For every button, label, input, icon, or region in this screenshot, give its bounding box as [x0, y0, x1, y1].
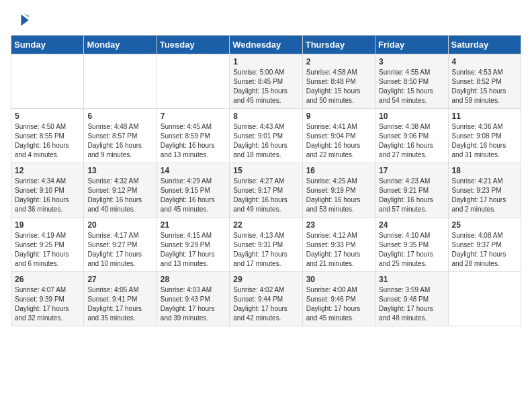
day-number: 23	[306, 220, 371, 230]
cell-sun-info: Sunrise: 4:55 AM Sunset: 8:50 PM Dayligh…	[379, 68, 444, 105]
day-number: 1	[233, 57, 298, 66]
cell-sun-info: Sunrise: 4:12 AM Sunset: 9:33 PM Dayligh…	[306, 231, 371, 269]
cell-sun-info: Sunrise: 4:05 AM Sunset: 9:41 PM Dayligh…	[87, 285, 152, 323]
day-number: 4	[452, 57, 517, 66]
calendar-week-row: 5Sunrise: 4:50 AM Sunset: 8:55 PM Daylig…	[11, 109, 521, 163]
calendar-cell: 27Sunrise: 4:05 AM Sunset: 9:41 PM Dayli…	[84, 272, 157, 326]
calendar-cell: 11Sunrise: 4:36 AM Sunset: 9:08 PM Dayli…	[448, 109, 521, 163]
day-number: 27	[87, 275, 152, 284]
cell-sun-info: Sunrise: 4:34 AM Sunset: 9:10 PM Dayligh…	[15, 177, 80, 214]
day-header-saturday: Saturday	[448, 36, 521, 54]
calendar-week-row: 19Sunrise: 4:19 AM Sunset: 9:25 PM Dayli…	[11, 218, 521, 272]
cell-sun-info: Sunrise: 4:13 AM Sunset: 9:31 PM Dayligh…	[233, 231, 298, 269]
cell-sun-info: Sunrise: 3:59 AM Sunset: 9:48 PM Dayligh…	[379, 285, 444, 323]
day-number: 8	[233, 111, 298, 121]
cell-sun-info: Sunrise: 4:36 AM Sunset: 9:08 PM Dayligh…	[452, 122, 517, 160]
cell-sun-info: Sunrise: 4:43 AM Sunset: 9:01 PM Dayligh…	[233, 122, 298, 160]
calendar-cell	[84, 54, 157, 109]
calendar-cell: 14Sunrise: 4:29 AM Sunset: 9:15 PM Dayli…	[157, 163, 229, 218]
calendar-cell: 25Sunrise: 4:08 AM Sunset: 9:37 PM Dayli…	[448, 218, 521, 272]
day-number: 25	[452, 220, 517, 230]
day-number: 15	[233, 166, 298, 175]
day-header-tuesday: Tuesday	[157, 36, 229, 54]
calendar-week-row: 12Sunrise: 4:34 AM Sunset: 9:10 PM Dayli…	[11, 163, 521, 218]
cell-sun-info: Sunrise: 4:53 AM Sunset: 8:52 PM Dayligh…	[452, 68, 517, 105]
day-number: 12	[15, 166, 80, 175]
calendar-cell: 17Sunrise: 4:23 AM Sunset: 9:21 PM Dayli…	[375, 163, 448, 218]
calendar-cell	[11, 54, 84, 109]
calendar-cell: 3Sunrise: 4:55 AM Sunset: 8:50 PM Daylig…	[375, 54, 448, 109]
calendar-cell: 16Sunrise: 4:25 AM Sunset: 9:19 PM Dayli…	[302, 163, 375, 218]
day-number: 30	[306, 275, 371, 284]
calendar-cell: 10Sunrise: 4:38 AM Sunset: 9:06 PM Dayli…	[375, 109, 448, 163]
calendar-week-row: 1Sunrise: 5:00 AM Sunset: 8:45 PM Daylig…	[11, 54, 521, 109]
day-header-friday: Friday	[375, 36, 448, 54]
day-number: 7	[161, 111, 226, 121]
day-header-monday: Monday	[84, 36, 157, 54]
day-number: 29	[233, 275, 298, 284]
cell-sun-info: Sunrise: 4:02 AM Sunset: 9:44 PM Dayligh…	[233, 285, 298, 323]
calendar-cell: 9Sunrise: 4:41 AM Sunset: 9:04 PM Daylig…	[302, 109, 375, 163]
cell-sun-info: Sunrise: 4:25 AM Sunset: 9:19 PM Dayligh…	[306, 177, 371, 214]
days-header-row: SundayMondayTuesdayWednesdayThursdayFrid…	[11, 36, 521, 54]
cell-sun-info: Sunrise: 4:15 AM Sunset: 9:29 PM Dayligh…	[161, 231, 226, 269]
cell-sun-info: Sunrise: 4:23 AM Sunset: 9:21 PM Dayligh…	[379, 177, 444, 214]
day-number: 6	[87, 111, 152, 121]
cell-sun-info: Sunrise: 4:45 AM Sunset: 8:59 PM Dayligh…	[161, 122, 226, 160]
day-header-sunday: Sunday	[11, 36, 84, 54]
cell-sun-info: Sunrise: 4:07 AM Sunset: 9:39 PM Dayligh…	[15, 285, 80, 323]
day-number: 19	[15, 220, 80, 230]
day-number: 9	[306, 111, 371, 121]
logo	[11, 11, 32, 30]
calendar-week-row: 26Sunrise: 4:07 AM Sunset: 9:39 PM Dayli…	[11, 272, 521, 326]
cell-sun-info: Sunrise: 4:27 AM Sunset: 9:17 PM Dayligh…	[233, 177, 298, 214]
cell-sun-info: Sunrise: 4:58 AM Sunset: 8:48 PM Dayligh…	[306, 68, 371, 105]
day-number: 18	[452, 166, 517, 175]
calendar-cell: 7Sunrise: 4:45 AM Sunset: 8:59 PM Daylig…	[157, 109, 229, 163]
calendar-cell: 18Sunrise: 4:21 AM Sunset: 9:23 PM Dayli…	[448, 163, 521, 218]
day-number: 22	[233, 220, 298, 230]
calendar-cell: 26Sunrise: 4:07 AM Sunset: 9:39 PM Dayli…	[11, 272, 84, 326]
calendar-table: SundayMondayTuesdayWednesdayThursdayFrid…	[11, 35, 521, 326]
calendar-cell: 21Sunrise: 4:15 AM Sunset: 9:29 PM Dayli…	[157, 218, 229, 272]
calendar-cell: 23Sunrise: 4:12 AM Sunset: 9:33 PM Dayli…	[302, 218, 375, 272]
calendar-cell: 30Sunrise: 4:00 AM Sunset: 9:46 PM Dayli…	[302, 272, 375, 326]
cell-sun-info: Sunrise: 5:00 AM Sunset: 8:45 PM Dayligh…	[233, 68, 298, 105]
calendar-cell: 19Sunrise: 4:19 AM Sunset: 9:25 PM Dayli…	[11, 218, 84, 272]
calendar-cell: 29Sunrise: 4:02 AM Sunset: 9:44 PM Dayli…	[230, 272, 302, 326]
calendar-cell	[448, 272, 521, 326]
day-number: 13	[87, 166, 152, 175]
day-number: 3	[379, 57, 444, 66]
calendar-cell: 6Sunrise: 4:48 AM Sunset: 8:57 PM Daylig…	[84, 109, 157, 163]
day-number: 31	[379, 275, 444, 284]
calendar-cell: 12Sunrise: 4:34 AM Sunset: 9:10 PM Dayli…	[11, 163, 84, 218]
calendar-cell: 13Sunrise: 4:32 AM Sunset: 9:12 PM Dayli…	[84, 163, 157, 218]
cell-sun-info: Sunrise: 4:08 AM Sunset: 9:37 PM Dayligh…	[452, 231, 517, 269]
cell-sun-info: Sunrise: 4:19 AM Sunset: 9:25 PM Dayligh…	[15, 231, 80, 269]
day-header-wednesday: Wednesday	[230, 36, 302, 54]
day-number: 28	[161, 275, 226, 284]
cell-sun-info: Sunrise: 4:29 AM Sunset: 9:15 PM Dayligh…	[161, 177, 226, 214]
day-number: 5	[15, 111, 80, 121]
calendar-cell: 31Sunrise: 3:59 AM Sunset: 9:48 PM Dayli…	[375, 272, 448, 326]
cell-sun-info: Sunrise: 4:10 AM Sunset: 9:35 PM Dayligh…	[379, 231, 444, 269]
page-header	[11, 11, 521, 30]
day-number: 24	[379, 220, 444, 230]
day-number: 16	[306, 166, 371, 175]
day-number: 2	[306, 57, 371, 66]
calendar-cell: 8Sunrise: 4:43 AM Sunset: 9:01 PM Daylig…	[230, 109, 302, 163]
calendar-cell	[157, 54, 229, 109]
cell-sun-info: Sunrise: 4:17 AM Sunset: 9:27 PM Dayligh…	[87, 231, 152, 269]
cell-sun-info: Sunrise: 4:48 AM Sunset: 8:57 PM Dayligh…	[87, 122, 152, 160]
calendar-cell: 4Sunrise: 4:53 AM Sunset: 8:52 PM Daylig…	[448, 54, 521, 109]
cell-sun-info: Sunrise: 4:32 AM Sunset: 9:12 PM Dayligh…	[87, 177, 152, 214]
day-number: 26	[15, 275, 80, 284]
calendar-cell: 5Sunrise: 4:50 AM Sunset: 8:55 PM Daylig…	[11, 109, 84, 163]
day-number: 21	[161, 220, 226, 230]
day-number: 11	[452, 111, 517, 121]
calendar-cell: 1Sunrise: 5:00 AM Sunset: 8:45 PM Daylig…	[230, 54, 302, 109]
calendar-cell: 2Sunrise: 4:58 AM Sunset: 8:48 PM Daylig…	[302, 54, 375, 109]
cell-sun-info: Sunrise: 4:03 AM Sunset: 9:43 PM Dayligh…	[161, 285, 226, 323]
calendar-cell: 28Sunrise: 4:03 AM Sunset: 9:43 PM Dayli…	[157, 272, 229, 326]
calendar-cell: 20Sunrise: 4:17 AM Sunset: 9:27 PM Dayli…	[84, 218, 157, 272]
